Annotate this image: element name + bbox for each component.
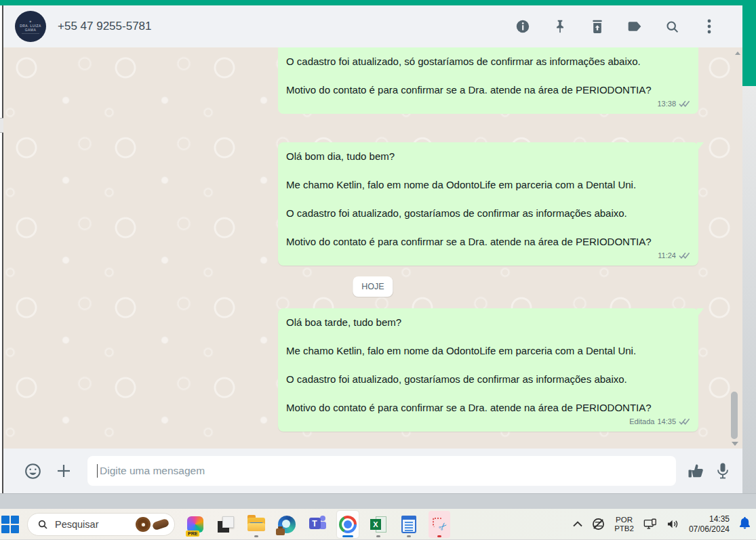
screen: ✦ DRA. LUIZA GAMA +55 47 9255-5781 xyxy=(0,0,756,540)
double-check-icon xyxy=(679,251,690,259)
language-indicator[interactable]: POR PTB2 xyxy=(614,516,634,533)
info-icon[interactable] xyxy=(515,19,530,34)
volume-icon[interactable] xyxy=(667,518,679,530)
thumbs-up-icon[interactable] xyxy=(687,463,705,480)
message-meta: 13:38 xyxy=(286,98,690,109)
text-caret xyxy=(97,464,98,478)
pin-icon[interactable] xyxy=(553,19,568,34)
outgoing-message[interactable]: Olá bom dia, tudo bem? Me chamo Ketlin, … xyxy=(278,142,698,266)
taskbar-apps: PRE T X xyxy=(184,511,450,538)
double-check-icon xyxy=(679,100,690,108)
message-paragraph: Me chamo Ketlin, falo em nome da OdontoL… xyxy=(286,178,690,192)
message-paragraph: Motivo do contato é para confirmar se a … xyxy=(286,235,690,249)
emoji-icon[interactable] xyxy=(24,462,42,480)
message-paragraph: Olá bom dia, tudo bem? xyxy=(286,150,690,163)
background-window-scroll-edge[interactable] xyxy=(742,86,756,509)
taskbar-app-copilot[interactable]: PRE xyxy=(184,511,206,538)
avatar[interactable]: ✦ DRA. LUIZA GAMA xyxy=(15,11,46,42)
start-button[interactable] xyxy=(1,516,19,533)
clock-time: 14:35 xyxy=(689,514,730,524)
blocked-globe-icon[interactable] xyxy=(592,518,605,531)
date-divider: HOJE xyxy=(353,276,393,297)
open-app-indicator xyxy=(407,535,411,537)
cast-icon[interactable] xyxy=(643,518,657,531)
recording-indicator xyxy=(437,535,441,537)
microphone-icon[interactable] xyxy=(716,462,730,480)
message-time: 13:38 xyxy=(657,100,676,108)
message-paragraph: Olá boa tarde, tudo bem? xyxy=(286,316,690,329)
teams-icon: T xyxy=(309,516,326,533)
language-line2: PTB2 xyxy=(614,524,634,533)
window-bottom-edge xyxy=(0,493,756,509)
outgoing-message[interactable]: O cadastro foi atualizado, só gostaríamo… xyxy=(278,47,698,114)
message-paragraph: O cadastro foi atualizado, só gostaríamo… xyxy=(286,55,690,68)
header-actions xyxy=(515,19,717,34)
message-input-placeholder: Digite uma mensagem xyxy=(100,465,205,477)
message-time: 11:24 xyxy=(658,251,676,259)
chat-header: ✦ DRA. LUIZA GAMA +55 47 9255-5781 xyxy=(3,5,742,47)
chat-message-list[interactable]: O cadastro foi atualizado, só gostaríamo… xyxy=(3,47,742,449)
message-paragraph: Motivo do contato é para confirmar se a … xyxy=(286,83,690,97)
taskbar-app-chrome[interactable] xyxy=(337,511,359,538)
window-top-accent-bar xyxy=(0,0,756,5)
message-paragraph: O cadastro foi atualizado, gostaríamos d… xyxy=(286,373,690,386)
open-app-indicator xyxy=(376,535,380,537)
taskbar-app-squares[interactable] xyxy=(215,511,237,538)
taskbar-clock[interactable]: 14:35 07/06/2024 xyxy=(689,514,730,535)
copilot-icon: PRE xyxy=(187,516,203,533)
message-paragraph: Motivo do contato é para confirmar se a … xyxy=(286,401,690,415)
taskbar-app-excel[interactable]: X xyxy=(367,511,389,538)
message-meta: Editada 14:35 xyxy=(286,416,690,427)
message-paragraph: Me chamo Ketlin, falo em nome da OdontoL… xyxy=(286,344,690,358)
edited-label: Editada xyxy=(629,417,654,425)
kebab-menu-icon[interactable] xyxy=(702,19,717,34)
chat-title-phone[interactable]: +55 47 9255-5781 xyxy=(58,20,152,33)
layered-squares-icon xyxy=(218,516,234,533)
archive-icon[interactable] xyxy=(590,19,605,34)
plus-attach-icon[interactable] xyxy=(56,463,72,479)
taskbar-app-snipping-tool[interactable]: ✂ xyxy=(429,511,450,538)
scrollbar-up-arrow[interactable] xyxy=(735,51,740,55)
outgoing-message[interactable]: Olá boa tarde, tudo bem? Me chamo Ketlin… xyxy=(278,308,698,432)
taskbar-app-notebook[interactable] xyxy=(398,511,420,538)
active-app-indicator xyxy=(342,535,353,537)
taskbar-search[interactable]: Pesquisar xyxy=(27,513,175,536)
taskbar-app-teams[interactable]: T xyxy=(306,511,328,538)
label-icon[interactable] xyxy=(627,19,642,34)
taskbar-app-file-explorer[interactable] xyxy=(245,511,267,538)
edge-icon xyxy=(278,516,296,533)
chrome-icon xyxy=(339,516,357,533)
avatar-underline xyxy=(22,33,39,34)
work-briefcase-badge xyxy=(276,528,285,535)
message-meta: 11:24 xyxy=(286,250,690,261)
folder-icon xyxy=(247,518,265,531)
avatar-label: DRA. LUIZA GAMA xyxy=(15,24,46,32)
background-window-teal-edge xyxy=(742,0,756,86)
chat-scrollbar-thumb[interactable] xyxy=(731,392,738,439)
message-time: 14:35 xyxy=(657,417,676,425)
notification-bell-icon[interactable] xyxy=(739,516,751,532)
system-tray: POR PTB2 14:35 07/06/2024 xyxy=(573,514,751,535)
snipping-tool-icon: ✂ xyxy=(431,516,447,533)
message-input[interactable]: Digite uma mensagem xyxy=(87,456,676,486)
search-icon xyxy=(37,519,48,530)
double-check-icon xyxy=(679,417,690,425)
taskbar-app-edge[interactable] xyxy=(276,511,298,538)
windows-taskbar: Pesquisar PRE T xyxy=(0,509,756,540)
search-icon[interactable] xyxy=(664,19,679,34)
eclair-icon xyxy=(152,518,170,531)
open-app-indicator xyxy=(254,535,258,537)
excel-icon: X xyxy=(370,516,386,533)
scrollbar-down-arrow[interactable] xyxy=(732,442,738,446)
chevron-up-icon[interactable] xyxy=(573,519,582,529)
message-composer: Digite uma mensagem xyxy=(3,449,742,493)
language-line1: POR xyxy=(614,516,634,524)
search-label: Pesquisar xyxy=(55,519,98,530)
donut-icon xyxy=(136,517,151,532)
message-paragraph: O cadastro foi atualizado, gostaríamos d… xyxy=(286,207,690,220)
clock-date: 07/06/2024 xyxy=(689,524,730,535)
search-highlight-art xyxy=(136,517,169,532)
notebook-icon xyxy=(401,516,416,533)
